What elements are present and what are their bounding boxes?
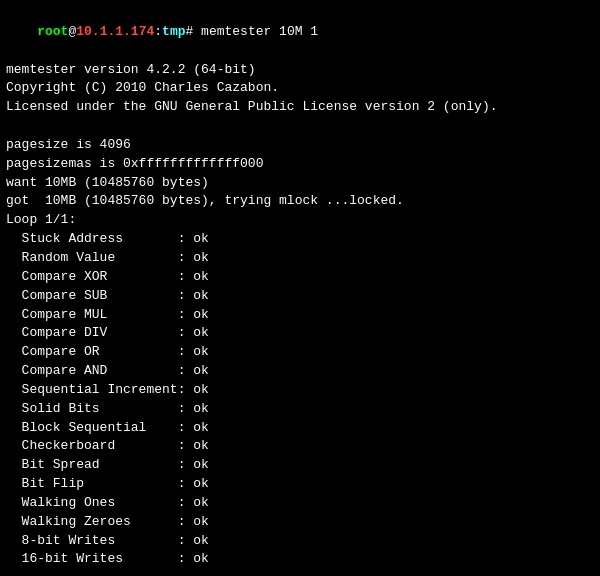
output-line-15: Compare DIV : ok [6,324,594,343]
output-line-20: Block Sequential : ok [6,419,594,438]
output-line-16: Compare OR : ok [6,343,594,362]
output-line-21: Checkerboard : ok [6,437,594,456]
prompt-path: tmp [162,24,185,39]
output-line-10: Stuck Address : ok [6,230,594,249]
output-line-26: 8-bit Writes : ok [6,532,594,551]
output-line-4 [6,117,594,136]
output-line-27: 16-bit Writes : ok [6,550,594,569]
prompt-user: root [37,24,68,39]
output-line-7: want 10MB (10485760 bytes) [6,174,594,193]
output-line-19: Solid Bits : ok [6,400,594,419]
output-line-12: Compare XOR : ok [6,268,594,287]
output-line-2: Copyright (C) 2010 Charles Cazabon. [6,79,594,98]
output-line-11: Random Value : ok [6,249,594,268]
prompt-host: 10.1.1.174 [76,24,154,39]
output-line-9: Loop 1/1: [6,211,594,230]
prompt-line: root@10.1.1.174:tmp# memtester 10M 1 [6,4,594,61]
output-line-23: Bit Flip : ok [6,475,594,494]
prompt-command: memtester 10M 1 [193,24,318,39]
output-line-8: got 10MB (10485760 bytes), trying mlock … [6,192,594,211]
output-line-22: Bit Spread : ok [6,456,594,475]
output-line-24: Walking Ones : ok [6,494,594,513]
terminal-window: root@10.1.1.174:tmp# memtester 10M 1 mem… [0,0,600,576]
output-line-17: Compare AND : ok [6,362,594,381]
output-line-6: pagesizemas is 0xfffffffffffff000 [6,155,594,174]
prompt-colon: : [154,24,162,39]
output-line-25: Walking Zeroes : ok [6,513,594,532]
output-line-5: pagesize is 4096 [6,136,594,155]
output-line-18: Sequential Increment: ok [6,381,594,400]
output-line-1: memtester version 4.2.2 (64-bit) [6,61,594,80]
output-blank [6,569,594,576]
output-line-13: Compare SUB : ok [6,287,594,306]
output-line-14: Compare MUL : ok [6,306,594,325]
output-line-3: Licensed under the GNU General Public Li… [6,98,594,117]
